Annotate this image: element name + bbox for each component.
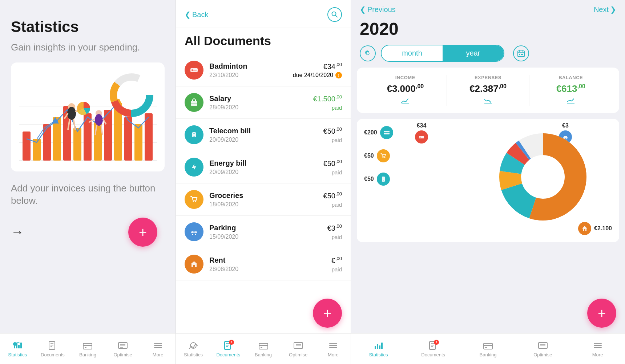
bottom-text: Add your invoices using the button below… <box>11 182 165 207</box>
nav-documents-label: Documents <box>216 352 240 357</box>
svg-point-71 <box>192 234 193 235</box>
doc-amount-telecom: €50,00 paid <box>323 126 342 143</box>
balance-stat: BALANCE €613,00 <box>529 75 612 106</box>
tab-month[interactable]: month <box>382 45 443 61</box>
scroll-left-button[interactable] <box>360 45 376 61</box>
nav-statistics-label: Statistics <box>8 352 27 357</box>
svg-point-72 <box>195 234 196 235</box>
chevron-left-icon: ❮ <box>360 5 366 14</box>
nav-documents[interactable]: ! Documents <box>406 340 461 357</box>
nav-more[interactable]: More <box>316 340 351 357</box>
svg-point-36 <box>95 114 103 126</box>
svg-rect-125 <box>485 347 487 348</box>
donut-labels-left: €200 €50 <box>364 126 393 186</box>
doc-name: Groceries <box>209 191 323 200</box>
nav-documents[interactable]: Documents <box>35 340 70 357</box>
more-icon <box>328 340 338 351</box>
doc-amount-badminton: €34,00 due 24/10/2020 ! <box>293 62 342 79</box>
expenses-value: €2.387,00 <box>447 83 529 94</box>
nav-statistics[interactable]: Statistics <box>0 340 35 357</box>
svg-rect-26 <box>63 130 69 131</box>
groceries-icon-circle <box>377 149 390 162</box>
svg-point-117 <box>522 156 564 198</box>
nav-optimise[interactable]: Optimise <box>281 340 316 357</box>
nav-more[interactable]: More <box>140 340 176 357</box>
rent-amount: €200 <box>364 129 377 136</box>
doc-status: paid <box>331 266 342 272</box>
expenses-chart-icon[interactable] <box>447 97 529 106</box>
svg-rect-95 <box>521 54 522 55</box>
doc-info-energy: Energy bill 20/09/2020 <box>209 159 323 175</box>
doc-date: 15/09/2020 <box>209 234 327 240</box>
doc-date: 20/09/2020 <box>209 169 323 175</box>
balance-chart-icon[interactable] <box>529 97 612 106</box>
doc-icon-rent <box>185 255 203 274</box>
svg-rect-11 <box>94 121 102 161</box>
svg-point-105 <box>383 181 384 181</box>
doc-info-badminton: Badminton 23/10/2020 <box>209 62 293 78</box>
svg-point-69 <box>195 201 196 202</box>
table-row[interactable]: Parking 15/09/2020 €3,00 paid <box>176 216 351 248</box>
svg-point-103 <box>384 157 385 158</box>
svg-line-58 <box>336 16 338 17</box>
doc-name: Parking <box>209 224 327 232</box>
table-row[interactable]: Badminton 23/10/2020 €34,00 due 24/10/20… <box>176 54 351 86</box>
svg-rect-81 <box>259 345 268 346</box>
doc-status: paid <box>323 202 342 208</box>
more-icon <box>593 340 603 351</box>
nav-optimise[interactable]: Optimise <box>105 340 141 357</box>
income-chart-icon[interactable] <box>364 97 447 106</box>
nav-more[interactable]: More <box>570 340 625 357</box>
nav-statistics[interactable]: Statistics <box>351 340 406 357</box>
nav-banking-label: Banking <box>79 352 96 357</box>
doc-icon-badminton <box>185 61 203 80</box>
nav-banking[interactable]: Banking <box>70 340 105 357</box>
nav-statistics-label: Statistics <box>184 352 203 357</box>
table-row[interactable]: Groceries 18/09/2020 €50,00 paid <box>176 183 351 216</box>
nav-banking[interactable]: Banking <box>461 340 516 357</box>
balance-value: €613,00 <box>529 83 612 94</box>
nav-optimise-label: Optimise <box>533 352 552 357</box>
house-icon <box>189 259 199 269</box>
doc-amount-value: €,00 <box>331 256 342 265</box>
statistics-icon <box>12 340 23 351</box>
previous-button[interactable]: ❮ Previous <box>360 5 396 14</box>
nav-statistics[interactable]: Statistics <box>176 340 211 357</box>
nav-documents[interactable]: ! Documents <box>211 340 246 357</box>
add-document-button[interactable]: + <box>313 299 342 328</box>
nav-optimise[interactable]: Optimise <box>515 340 570 357</box>
arrow-indicator: → <box>11 225 24 240</box>
rent-icon-circle-bottom <box>578 222 591 235</box>
doc-name: Telecom bill <box>209 127 323 135</box>
statistics-header: ❮ Previous Next ❯ <box>351 0 625 19</box>
banking-icon <box>82 340 93 351</box>
table-row[interactable]: Salary 28/09/2020 €1.500,00 paid <box>176 86 351 119</box>
trend-chart-icon <box>484 97 492 104</box>
nav-banking[interactable]: Banking <box>246 340 281 357</box>
table-row[interactable]: Energy bill 20/09/2020 €50,00 paid <box>176 151 351 183</box>
donut-label-rent: €200 <box>364 126 393 139</box>
tab-year[interactable]: year <box>443 45 504 61</box>
donut-label-telecom: €50 <box>364 173 393 186</box>
add-invoice-button[interactable]: + <box>128 218 157 247</box>
svg-rect-82 <box>261 347 262 348</box>
page-title: Statistics <box>11 18 165 36</box>
next-button[interactable]: Next ❯ <box>594 5 616 14</box>
table-row[interactable]: Rent 28/08/2020 €,00 paid <box>176 248 351 280</box>
donut-label-groceries: €50 <box>364 149 393 162</box>
search-button[interactable] <box>327 7 342 22</box>
documents-header: ❮ Back <box>176 0 351 28</box>
back-button[interactable]: ❮ Back <box>185 10 208 19</box>
nav-more-label: More <box>153 352 164 357</box>
svg-rect-14 <box>124 117 132 161</box>
add-statistics-button[interactable]: + <box>587 299 616 328</box>
subtitle-text: Gain insights in your spending. <box>11 41 165 54</box>
doc-amount-rent: €,00 paid <box>331 256 342 272</box>
doc-info-salary: Salary 28/09/2020 <box>209 94 313 111</box>
income-value: €3.000,00 <box>364 83 447 94</box>
calendar-button[interactable] <box>513 45 529 61</box>
panel-all-documents: ❮ Back All Documents Badminton 23/10/20 <box>176 0 351 364</box>
nav-more-label: More <box>592 352 603 357</box>
energy-icon <box>189 162 199 172</box>
table-row[interactable]: Telecom bill 20/09/2020 €50,00 paid <box>176 119 351 151</box>
